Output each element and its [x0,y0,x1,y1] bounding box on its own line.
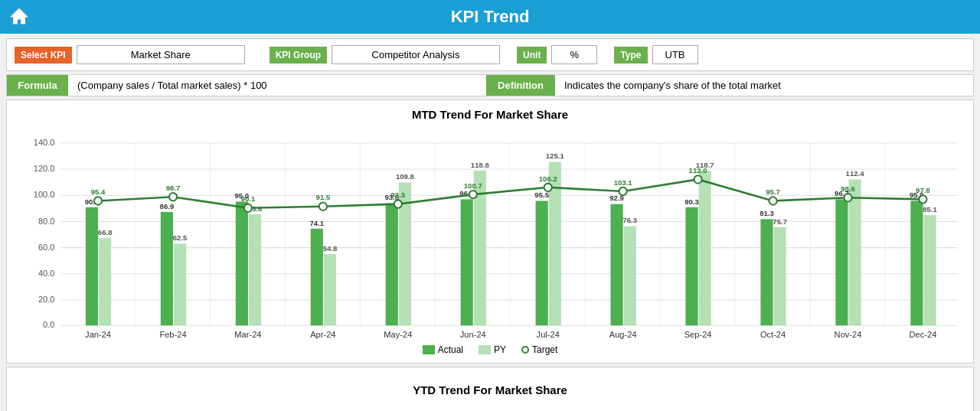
legend-py-label: PY [494,344,506,355]
definition-label: Definition [486,75,555,96]
target-dot-apr [319,203,327,210]
svg-text:Mar-24: Mar-24 [234,330,261,339]
legend-actual: Actual [423,344,463,355]
bar-actual-oct [760,219,773,325]
ytd-section: YTD Trend For Market Share [6,367,974,411]
target-dot-jul [544,184,552,191]
legend-actual-label: Actual [438,344,463,355]
bar-py-mar [249,214,261,325]
svg-text:Jun-24: Jun-24 [460,330,486,339]
svg-text:Nov-24: Nov-24 [835,330,862,339]
svg-text:97.8: 97.8 [916,186,930,194]
svg-text:20.0: 20.0 [38,295,55,304]
home-button[interactable] [8,5,31,30]
svg-text:80.0: 80.0 [38,216,55,225]
unit-label: Unit [517,47,547,64]
page-title: KPI Trend [451,7,530,27]
definition-text: Indicates the company's share of the tot… [555,75,973,96]
bar-actual-jul [536,201,548,325]
target-dot-jun [469,191,477,198]
formula-label: Formula [7,75,68,96]
formula-text: (Company sales / Total market sales) * 1… [68,75,486,96]
target-dot-mar [244,204,252,212]
svg-text:76.3: 76.3 [622,216,637,224]
formula-bar: Formula (Company sales / Total market sa… [6,74,974,96]
bar-py-apr [324,254,336,325]
svg-text:120.0: 120.0 [34,164,55,173]
svg-text:75.7: 75.7 [773,217,787,225]
svg-text:85.1: 85.1 [923,205,937,214]
header: KPI Trend [0,0,980,34]
kpi-group-label: KPI Group [270,47,327,64]
legend-target-label: Target [532,344,557,355]
bar-actual-jun [461,199,473,325]
select-kpi-value[interactable]: Market Share [77,45,245,64]
svg-text:Jul-24: Jul-24 [537,330,560,339]
svg-text:Dec-24: Dec-24 [910,330,937,339]
target-dot-may [394,200,402,207]
bar-actual-may [386,204,398,326]
controls-bar: Select KPI Market Share KPI Group Compet… [6,38,974,71]
legend-py-box [479,345,491,354]
bar-py-aug [624,227,636,326]
select-kpi-label: Select KPI [15,47,72,64]
bar-actual-sep [685,207,697,326]
svg-text:90.3: 90.3 [684,197,699,205]
target-dot-oct [769,197,777,204]
svg-text:Apr-24: Apr-24 [310,330,335,339]
target-line [98,179,923,207]
target-dot-aug [619,188,627,195]
svg-text:103.1: 103.1 [614,178,633,187]
type-value[interactable]: UTB [652,45,698,64]
bar-py-sep [699,171,711,325]
legend-actual-box [423,345,435,354]
svg-text:Sep-24: Sep-24 [684,330,712,339]
svg-text:112.4: 112.4 [846,169,865,178]
svg-text:54.8: 54.8 [323,244,338,253]
svg-text:98.7: 98.7 [166,184,181,192]
svg-text:86.9: 86.9 [160,202,175,210]
svg-text:95.4: 95.4 [91,188,106,196]
svg-text:106.2: 106.2 [539,174,558,182]
svg-text:60.0: 60.0 [38,243,55,252]
legend-py: PY [479,344,506,355]
target-dot-feb [169,193,177,201]
kpi-group-value[interactable]: Competitor Analysis [332,45,500,64]
chart-title: MTD Trend For Market Share [15,108,965,121]
bar-py-dec [923,215,936,325]
svg-text:74.1: 74.1 [309,218,324,227]
svg-text:62.5: 62.5 [173,233,188,242]
unit-value[interactable]: % [551,45,597,64]
bar-actual-mar [236,201,248,325]
svg-text:90.1: 90.1 [241,194,256,203]
svg-text:Feb-24: Feb-24 [159,330,186,339]
type-label: Type [614,47,647,64]
target-dot-jan [94,197,102,204]
bar-py-jan [99,238,111,325]
svg-text:98.6: 98.6 [841,184,855,193]
mtd-chart-container: MTD Trend For Market Share 140.0 120.0 1… [6,99,974,364]
chart-area: 140.0 120.0 100.0 80.0 60.0 40.0 20.0 0.… [15,127,965,341]
svg-text:93.3: 93.3 [391,191,406,199]
bar-py-feb [174,243,186,325]
chart-legend: Actual PY Target [15,344,965,355]
bar-actual-nov [835,199,848,325]
svg-text:May-24: May-24 [384,330,412,339]
svg-text:118.8: 118.8 [471,161,490,169]
bar-actual-feb [161,212,173,325]
chart-svg: 140.0 120.0 100.0 80.0 60.0 40.0 20.0 0.… [15,127,965,341]
svg-text:Oct-24: Oct-24 [760,330,786,339]
svg-text:112.0: 112.0 [689,166,707,175]
legend-target: Target [521,344,557,355]
svg-text:100.7: 100.7 [464,181,482,190]
ytd-title: YTD Trend For Market Share [413,383,567,396]
target-dot-sep [694,175,702,183]
svg-text:66.8: 66.8 [98,228,113,236]
svg-text:109.8: 109.8 [396,172,415,181]
svg-text:125.1: 125.1 [546,152,565,160]
bar-py-oct [774,227,786,326]
legend-target-circle [521,346,529,354]
svg-text:100.0: 100.0 [34,190,55,199]
target-dot-nov [844,194,851,201]
bar-actual-apr [311,229,323,326]
